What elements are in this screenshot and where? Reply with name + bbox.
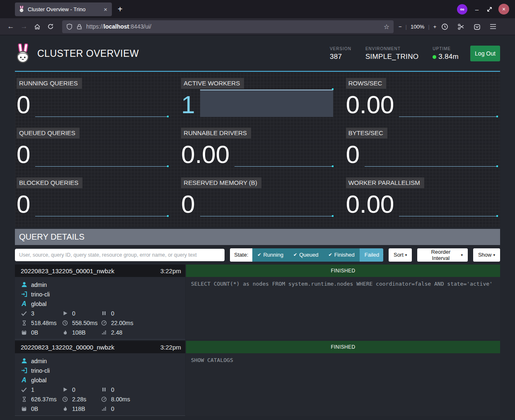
sparkline <box>200 189 333 216</box>
sparkline <box>365 139 498 167</box>
resource-group-icon: A <box>21 300 27 308</box>
shield-icon <box>66 24 73 30</box>
tab-title: Cluster Overview - Trino <box>28 6 102 12</box>
query-id-link[interactable]: 20220823_132202_00000_nwbzk <box>21 344 160 351</box>
lock-warning-icon[interactable] <box>76 24 82 30</box>
cluster-header: CLUSTER OVERVIEW VERSION 387 ENVIRONMENT… <box>0 35 515 72</box>
chevron-down-icon: ▾ <box>461 253 463 257</box>
user-icon <box>21 358 27 364</box>
parallelism-equalizer-icon <box>101 330 107 335</box>
private-browsing-icon: ∞ <box>457 4 467 15</box>
card-running-queries: RUNNING QUERIES 0 <box>17 78 169 124</box>
reload-button[interactable] <box>44 21 57 32</box>
queued-splits-pause-icon <box>101 387 107 392</box>
card-bytes-sec: BYTES/SEC 0 <box>346 128 498 174</box>
page-title: CLUSTER OVERVIEW <box>37 48 330 59</box>
cpu-time-gauge-icon <box>101 396 107 402</box>
uptime-status-dot <box>433 55 436 59</box>
query-source: trino-cli <box>31 367 50 374</box>
environment-block: ENVIRONMENT SIMPLE_TRINO <box>365 46 418 61</box>
zoom-level[interactable]: 100% <box>411 24 424 30</box>
forward-button: → <box>17 21 31 32</box>
query-details-section: QUERY DETAILS State: ✔Running ✔Queued ✔F… <box>15 229 500 416</box>
resource-group-icon: A <box>21 376 27 384</box>
minimize-button[interactable]: – <box>473 6 481 13</box>
back-button[interactable]: ← <box>4 21 17 32</box>
screenshot-scissors-icon[interactable] <box>454 21 467 32</box>
new-tab-button[interactable]: + <box>118 5 457 14</box>
search-input[interactable] <box>15 249 225 261</box>
browser-tab[interactable]: Cluster Overview - Trino × <box>15 2 112 16</box>
sign-in-icon <box>21 291 27 297</box>
sort-dropdown[interactable]: Sort▾ <box>389 248 412 262</box>
parallelism-equalizer-icon <box>101 406 107 411</box>
query-resource-group: global <box>31 301 46 307</box>
close-button[interactable]: × <box>498 4 509 15</box>
sparkline <box>235 139 333 167</box>
trino-page: CLUSTER OVERVIEW VERSION 387 ENVIRONMENT… <box>0 35 515 420</box>
card-runnable-drivers: RUNNABLE DRIVERS 0.00 <box>181 128 334 174</box>
reorder-interval-dropdown[interactable]: Reorder Interval▾ <box>417 248 468 262</box>
current-memory-scale-icon <box>21 406 27 412</box>
restore-button[interactable] <box>486 6 493 12</box>
running-splits-play-icon <box>62 387 68 392</box>
state-label: State: <box>230 248 252 262</box>
logout-button[interactable]: Log Out <box>470 46 500 61</box>
query-id-link[interactable]: 20220823_132205_00001_nwbzk <box>21 267 160 274</box>
query-sql-text: SELECT COUNT(*) as nodes FROM system.run… <box>186 277 500 340</box>
url-bar[interactable]: https://localhost:8443/ui/ ☆ <box>62 20 394 33</box>
sparkline <box>399 90 498 117</box>
elapsed-time-clock-icon <box>62 396 68 402</box>
zoom-in-button[interactable]: + <box>433 24 437 30</box>
cpu-time-gauge-icon <box>101 320 107 326</box>
query-row: 20220823_132205_00001_nwbzk 3:22pm admin… <box>15 265 500 340</box>
chevron-down-icon: ▾ <box>405 253 407 257</box>
query-details-title: QUERY DETAILS <box>15 229 500 245</box>
environment-value: SIMPLE_TRINO <box>365 53 418 61</box>
version-block: VERSION 387 <box>330 46 351 61</box>
query-source: trino-cli <box>31 291 50 298</box>
menu-hamburger-icon[interactable] <box>486 21 500 32</box>
completed-splits-check-icon <box>21 387 27 393</box>
completed-splits-check-icon <box>21 311 27 316</box>
tab-close-icon[interactable]: × <box>102 6 109 13</box>
browser-window: Cluster Overview - Trino × + ∞ – × ← → <box>0 0 515 420</box>
state-failed-dropdown[interactable]: Failed▾ <box>360 248 383 262</box>
elapsed-time-clock-icon <box>62 320 68 326</box>
card-rows-sec: ROWS/SEC 0.00 <box>346 78 498 124</box>
state-finished-button[interactable]: ✔Finished <box>323 248 359 262</box>
bookmark-star-icon[interactable]: ☆ <box>384 23 389 31</box>
query-status-badge: FINISHED <box>186 265 500 277</box>
sparkline <box>399 189 498 216</box>
sparkline <box>35 90 168 117</box>
pocket-icon[interactable] <box>470 21 484 32</box>
card-worker-parallelism: WORKER PARALLELISM 0.00 <box>346 177 498 223</box>
cumulative-memory-fire-icon <box>62 330 68 335</box>
zoom-out-button[interactable]: − <box>399 24 402 30</box>
queued-time-hourglass-icon <box>21 396 27 402</box>
tab-bar: Cluster Overview - Trino × + ∞ – × <box>0 0 515 18</box>
home-button[interactable] <box>31 21 44 32</box>
state-queued-button[interactable]: ✔Queued <box>288 248 323 262</box>
state-filter-group: State: ✔Running ✔Queued ✔Finished Failed… <box>230 248 383 262</box>
query-info-panel: admin trino-cli Aglobal 1 0 0 626.37ms 2… <box>15 353 185 416</box>
query-time: 3:22pm <box>160 267 181 274</box>
cumulative-memory-fire-icon <box>62 406 68 412</box>
queued-time-hourglass-icon <box>21 320 27 326</box>
query-time: 3:22pm <box>160 344 181 351</box>
card-queued-queries: QUEUED QUERIES 0 <box>17 128 169 174</box>
state-running-button[interactable]: ✔Running <box>252 248 288 262</box>
queued-splits-pause-icon <box>101 311 107 316</box>
current-memory-scale-icon <box>21 330 27 335</box>
url-text: https://localhost:8443/ui/ <box>86 23 384 30</box>
query-info-panel: admin trino-cli Aglobal 3 0 0 518.48ms 5… <box>15 277 185 340</box>
running-splits-play-icon <box>62 311 68 316</box>
uptime-value: 3.84m <box>438 53 459 61</box>
version-value: 387 <box>330 53 351 61</box>
history-clock-icon[interactable] <box>438 21 451 32</box>
trino-favicon <box>18 6 25 12</box>
query-sql-text: SHOW CATALOGS <box>186 353 500 416</box>
show-dropdown[interactable]: Show▾ <box>473 248 500 262</box>
sign-in-icon <box>21 367 27 374</box>
nav-toolbar: ← → https://localhost:8443/ui/ ☆ − | 100… <box>0 18 515 35</box>
